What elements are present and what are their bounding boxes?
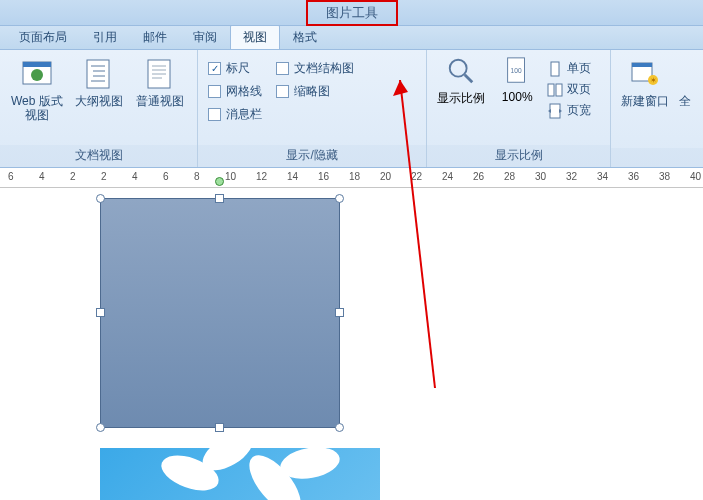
ruler-tick: 2 <box>101 171 107 182</box>
ruler-tick: 30 <box>535 171 546 182</box>
ruler-tick: 36 <box>628 171 639 182</box>
ruler-tick: 24 <box>442 171 453 182</box>
ruler-tick: 10 <box>225 171 236 182</box>
inserted-image[interactable] <box>100 448 380 500</box>
ruler-checkbox[interactable]: ✓标尺 <box>208 60 262 77</box>
svg-text:✶: ✶ <box>650 76 657 85</box>
document-map-checkbox[interactable]: 文档结构图 <box>276 60 354 77</box>
resize-handle-tr[interactable] <box>335 194 344 203</box>
one-page-button[interactable]: 单页 <box>547 60 591 77</box>
checkbox-icon <box>276 62 289 75</box>
draft-icon <box>144 58 176 90</box>
arrange-all-button[interactable]: 全 <box>673 54 697 108</box>
resize-handle-r[interactable] <box>335 308 344 317</box>
web-layout-label: Web 版式视图 <box>6 94 68 122</box>
ruler-tick: 6 <box>8 171 14 182</box>
group-window: ✶ 新建窗口 全 <box>611 50 703 167</box>
arrange-label: 全 <box>679 94 691 108</box>
ruler-tick: 20 <box>380 171 391 182</box>
page-width-icon <box>547 103 563 119</box>
ruler-tick: 32 <box>566 171 577 182</box>
ribbon-tabs: 页面布局 引用 邮件 审阅 视图 格式 <box>0 26 703 50</box>
svg-rect-22 <box>632 63 652 67</box>
resize-handle-br[interactable] <box>335 423 344 432</box>
ruler-tick: 28 <box>504 171 515 182</box>
draft-view-button[interactable]: 普通视图 <box>129 54 191 108</box>
ruler-tick: 18 <box>349 171 360 182</box>
group-document-views: Web 版式视图 大纲视图 普通视图 文档视图 <box>0 50 198 167</box>
tab-format[interactable]: 格式 <box>280 24 330 49</box>
tab-references[interactable]: 引用 <box>80 24 130 49</box>
ruler-label: 标尺 <box>226 60 250 77</box>
resize-handle-b[interactable] <box>215 423 224 432</box>
title-bar: 图片工具 <box>0 0 703 26</box>
checkbox-icon <box>208 108 221 121</box>
rotation-handle[interactable] <box>215 177 224 186</box>
two-pages-button[interactable]: 双页 <box>547 81 591 98</box>
two-pages-label: 双页 <box>567 81 591 98</box>
svg-rect-18 <box>548 84 554 96</box>
ribbon: Web 版式视图 大纲视图 普通视图 文档视图 ✓标尺 网格线 消息栏 文档结构… <box>0 50 703 168</box>
resize-handle-l[interactable] <box>96 308 105 317</box>
ruler-tick: 40 <box>690 171 701 182</box>
selected-shape[interactable] <box>100 198 340 428</box>
web-layout-view-button[interactable]: Web 版式视图 <box>6 54 68 122</box>
svg-rect-17 <box>551 62 559 76</box>
svg-rect-3 <box>87 60 109 88</box>
group-show-label: 显示/隐藏 <box>198 145 426 167</box>
svg-point-13 <box>450 60 467 77</box>
page-width-button[interactable]: 页宽 <box>547 102 591 119</box>
zoom-100-button[interactable]: 100 100% <box>489 56 545 104</box>
document-map-label: 文档结构图 <box>294 60 354 77</box>
ruler-tick: 4 <box>132 171 138 182</box>
zoom-label: 显示比例 <box>437 90 485 107</box>
ruler-tick: 6 <box>163 171 169 182</box>
two-pages-icon <box>547 82 563 98</box>
new-window-icon: ✶ <box>629 58 661 90</box>
page-100-icon: 100 <box>502 56 532 86</box>
web-layout-icon <box>21 58 53 90</box>
resize-handle-t[interactable] <box>215 194 224 203</box>
one-page-label: 单页 <box>567 60 591 77</box>
group-window-label <box>611 148 703 167</box>
ruler-tick: 2 <box>70 171 76 182</box>
new-window-button[interactable]: ✶ 新建窗口 <box>617 54 673 108</box>
tab-view[interactable]: 视图 <box>230 24 280 49</box>
horizontal-ruler[interactable]: 642246810121416182022242628303234363840 <box>0 168 703 188</box>
checkbox-icon <box>276 85 289 98</box>
message-bar-label: 消息栏 <box>226 106 262 123</box>
message-bar-checkbox[interactable]: 消息栏 <box>208 106 262 123</box>
group-views-label: 文档视图 <box>0 145 197 167</box>
zoom-100-label: 100% <box>502 90 533 104</box>
ruler-tick: 12 <box>256 171 267 182</box>
group-zoom: 显示比例 100 100% 单页 双页 页宽 显示比例 <box>427 50 611 167</box>
draft-label: 普通视图 <box>136 94 184 108</box>
magnifier-icon <box>446 56 476 86</box>
ruler-tick: 8 <box>194 171 200 182</box>
outline-icon <box>83 58 115 90</box>
thumbnails-checkbox[interactable]: 缩略图 <box>276 83 354 100</box>
group-show-hide: ✓标尺 网格线 消息栏 文档结构图 缩略图 显示/隐藏 <box>198 50 427 167</box>
one-page-icon <box>547 61 563 77</box>
document-canvas[interactable] <box>0 188 703 500</box>
group-zoom-label: 显示比例 <box>427 145 610 167</box>
outline-view-button[interactable]: 大纲视图 <box>68 54 130 108</box>
resize-handle-tl[interactable] <box>96 194 105 203</box>
gridlines-label: 网格线 <box>226 83 262 100</box>
svg-point-2 <box>31 69 43 81</box>
tab-page-layout[interactable]: 页面布局 <box>6 24 80 49</box>
resize-handle-bl[interactable] <box>96 423 105 432</box>
svg-rect-20 <box>550 104 560 118</box>
ruler-tick: 22 <box>411 171 422 182</box>
outline-label: 大纲视图 <box>75 94 123 108</box>
ruler-tick: 34 <box>597 171 608 182</box>
tab-review[interactable]: 审阅 <box>180 24 230 49</box>
ruler-tick: 4 <box>39 171 45 182</box>
checkbox-icon <box>208 85 221 98</box>
ruler-tick: 14 <box>287 171 298 182</box>
zoom-button[interactable]: 显示比例 <box>433 56 489 107</box>
tab-mailings[interactable]: 邮件 <box>130 24 180 49</box>
gridlines-checkbox[interactable]: 网格线 <box>208 83 262 100</box>
ruler-tick: 26 <box>473 171 484 182</box>
new-window-label: 新建窗口 <box>621 94 669 108</box>
